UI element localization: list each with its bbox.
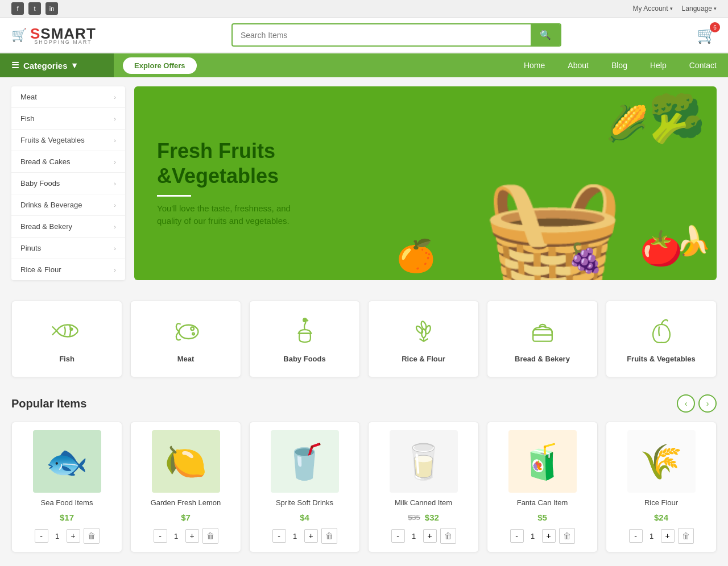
my-account-link[interactable]: My Account ▾	[633, 5, 673, 13]
product-controls-2: - 1 + 🗑	[272, 528, 337, 544]
nav-links: Home About Blog Help Contact	[512, 54, 728, 77]
categories-button[interactable]: ☰ Categories ▾	[0, 53, 114, 77]
search-bar: 🔍	[231, 23, 561, 47]
remove-btn-0[interactable]: 🗑	[84, 528, 100, 544]
product-price-2: $4	[300, 513, 309, 522]
product-image-2: 🥤	[271, 430, 339, 493]
language-link[interactable]: Language ▾	[682, 5, 717, 13]
banner-subtitle: You'll love the taste, freshness, and qu…	[157, 202, 316, 228]
nav-help[interactable]: Help	[639, 54, 678, 77]
qty-value-1: 1	[171, 532, 182, 540]
qty-decrease-3[interactable]: -	[391, 529, 405, 543]
qty-decrease-5[interactable]: -	[629, 529, 643, 543]
chevron-right-icon: ›	[114, 159, 116, 165]
product-image-1: 🍋	[152, 430, 220, 493]
qty-value-5: 1	[646, 532, 657, 540]
qty-increase-0[interactable]: +	[67, 529, 80, 543]
chevron-down-icon: ▾	[714, 6, 717, 11]
product-card-4: 🧃 Fanta Can Item $5 - 1 + 🗑	[487, 422, 598, 552]
facebook-icon[interactable]: f	[11, 2, 24, 15]
qty-decrease-4[interactable]: -	[510, 529, 524, 543]
prev-arrow[interactable]: ‹	[677, 394, 695, 413]
category-label-fruits-veg: Fruits & Vegetables	[627, 355, 696, 363]
product-name-5: Rice Flour	[644, 498, 678, 507]
search-button[interactable]: 🔍	[531, 24, 560, 45]
product-name-0: Sea Food Items	[41, 498, 93, 507]
product-price-4: $5	[537, 513, 547, 522]
product-name-4: Fanta Can Item	[517, 498, 568, 507]
product-controls-1: - 1 + 🗑	[154, 528, 218, 544]
popular-title: Popular Items	[11, 397, 86, 410]
popular-header: Popular Items ‹ ›	[11, 394, 717, 413]
chevron-right-icon: ›	[114, 180, 116, 187]
qty-value-3: 1	[408, 532, 420, 540]
sidebar: Meat › Fish › Fruits & Vegetables › Brea…	[11, 86, 125, 280]
product-image-0: 🐟	[33, 430, 101, 493]
sidebar-item-pinuts[interactable]: Pinuts ›	[11, 238, 125, 259]
qty-increase-5[interactable]: +	[661, 529, 675, 543]
chevron-right-icon: ›	[114, 267, 116, 273]
nav-home[interactable]: Home	[512, 54, 556, 77]
explore-offers-button[interactable]: Explore Offers	[123, 57, 197, 74]
svg-point-8	[421, 329, 425, 338]
qty-increase-2[interactable]: +	[304, 529, 318, 543]
qty-increase-4[interactable]: +	[542, 529, 556, 543]
category-card-rice-flour[interactable]: Rice & Flour	[368, 301, 479, 377]
sidebar-item-meat[interactable]: Meat ›	[11, 86, 125, 108]
remove-btn-4[interactable]: 🗑	[559, 528, 575, 544]
category-card-baby-foods[interactable]: Baby Foods	[249, 301, 360, 377]
chevron-right-icon: ›	[114, 94, 116, 101]
qty-increase-3[interactable]: +	[423, 529, 437, 543]
sidebar-item-fruits[interactable]: Fruits & Vegetables ›	[11, 130, 125, 151]
category-card-meat[interactable]: Meat	[130, 301, 241, 377]
qty-decrease-0[interactable]: -	[35, 529, 48, 543]
category-card-fish[interactable]: Fish	[11, 301, 122, 377]
qty-value-2: 1	[289, 532, 301, 540]
category-card-bread-bekery[interactable]: Bread & Bekery	[487, 301, 598, 377]
product-price-0: $17	[60, 513, 74, 522]
product-name-1: Garden Fresh Lemon	[151, 498, 221, 507]
product-image-4: 🧃	[508, 430, 577, 493]
category-card-fruits-veg[interactable]: Fruits & Vegetables	[606, 301, 717, 377]
fish-icon	[51, 315, 83, 347]
product-price-5: $24	[654, 513, 668, 522]
chevron-right-icon: ›	[114, 115, 116, 122]
price-row-3: $35 $32	[408, 513, 439, 522]
product-controls-0: - 1 + 🗑	[35, 528, 100, 544]
nav-about[interactable]: About	[556, 54, 600, 77]
product-card-2: 🥤 Sprite Soft Drinks $4 - 1 + 🗑	[249, 422, 360, 552]
sidebar-item-bread-bekery[interactable]: Bread & Bekery ›	[11, 216, 125, 238]
twitter-icon[interactable]: t	[28, 2, 41, 15]
header: 🛒 SSMART SHOPPING MART 🔍 🛒 6	[0, 18, 728, 53]
qty-decrease-2[interactable]: -	[272, 529, 286, 543]
cupcake-icon	[289, 315, 321, 347]
remove-btn-2[interactable]: 🗑	[321, 528, 337, 544]
nav-blog[interactable]: Blog	[600, 54, 639, 77]
sidebar-item-baby-foods[interactable]: Baby Foods ›	[11, 173, 125, 194]
remove-btn-3[interactable]: 🗑	[440, 528, 456, 544]
sidebar-item-drinks[interactable]: Drinks & Beverage ›	[11, 194, 125, 216]
sidebar-item-bread-cakes[interactable]: Bread & Cakes ›	[11, 151, 125, 173]
nav-contact[interactable]: Contact	[678, 54, 728, 77]
chevron-right-icon: ›	[114, 202, 116, 209]
qty-increase-1[interactable]: +	[185, 529, 199, 543]
banner-title: Fresh Fruits &Vegetables	[157, 139, 316, 188]
sidebar-item-fish[interactable]: Fish ›	[11, 108, 125, 130]
search-input[interactable]	[233, 26, 531, 44]
logo[interactable]: 🛒 SSMART SHOPPING MART	[11, 25, 96, 45]
product-price-1: $7	[181, 513, 191, 522]
product-controls-4: - 1 + 🗑	[510, 528, 575, 544]
social-links: f t in	[11, 2, 58, 15]
next-arrow[interactable]: ›	[698, 394, 717, 413]
remove-btn-1[interactable]: 🗑	[202, 528, 218, 544]
product-image-5: 🌾	[627, 430, 696, 493]
hamburger-icon: ☰	[11, 60, 19, 70]
remove-btn-5[interactable]: 🗑	[678, 528, 694, 544]
chevron-down-icon: ▾	[72, 60, 77, 70]
cart-area[interactable]: 🛒 6	[697, 26, 717, 44]
product-card-3: 🥛 Milk Canned Item $35 $32 - 1 + 🗑	[368, 422, 479, 552]
linkedin-icon[interactable]: in	[46, 2, 58, 15]
product-card-0: 🐟 Sea Food Items $17 - 1 + 🗑	[11, 422, 122, 552]
qty-decrease-1[interactable]: -	[154, 529, 167, 543]
sidebar-item-rice-flour[interactable]: Rice & Flour ›	[11, 259, 125, 280]
